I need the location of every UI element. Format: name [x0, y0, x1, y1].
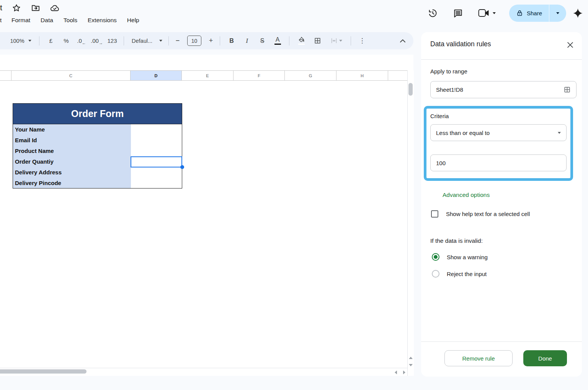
- column-header-partial-right[interactable]: [388, 71, 407, 80]
- cell-label-your-name[interactable]: Your Name: [13, 124, 131, 135]
- select-range-icon[interactable]: [564, 86, 571, 93]
- reject-input-radio[interactable]: [432, 270, 439, 278]
- decrease-decimal-button[interactable]: .0: [74, 37, 89, 44]
- star-icon[interactable]: [11, 3, 21, 13]
- range-value: Sheet1!D8: [436, 86, 564, 93]
- cell-label-delivery-pincode[interactable]: Delivery Pincode: [13, 177, 131, 188]
- video-call-icon[interactable]: [475, 4, 499, 22]
- show-warning-option[interactable]: Show a warning: [432, 253, 488, 261]
- column-header-h[interactable]: H: [336, 71, 388, 80]
- reject-input-label: Reject the input: [447, 271, 487, 277]
- toolbar-divider: [289, 36, 289, 46]
- decrease-font-size-button[interactable]: −: [173, 37, 183, 45]
- done-button[interactable]: Done: [523, 350, 567, 366]
- bold-button[interactable]: B: [224, 37, 239, 44]
- share-label: Share: [527, 10, 542, 16]
- cell-label-product-name[interactable]: Product Name: [13, 146, 131, 156]
- panel-divider: [421, 59, 582, 60]
- merge-cells-icon: [330, 37, 338, 44]
- more-formats-button[interactable]: 123: [105, 37, 120, 44]
- increase-decimal-button[interactable]: .00: [89, 37, 105, 44]
- menu-data[interactable]: Data: [40, 16, 54, 24]
- strikethrough-button[interactable]: S: [255, 37, 270, 44]
- borders-button[interactable]: [309, 37, 325, 44]
- comments-icon[interactable]: [449, 4, 467, 22]
- menu-help[interactable]: Help: [126, 16, 140, 24]
- topbar-actions: Share: [424, 3, 585, 23]
- close-icon: [567, 42, 573, 48]
- font-select[interactable]: Defaul...: [128, 38, 165, 44]
- fill-color-icon: [298, 37, 305, 43]
- cell-label-email-id[interactable]: Email Id: [13, 135, 131, 146]
- format-currency-button[interactable]: £: [43, 37, 59, 44]
- column-header-e[interactable]: E: [182, 71, 234, 80]
- document-title-partial: t: [0, 3, 2, 12]
- panel-divider: [421, 341, 582, 342]
- borders-icon: [314, 37, 321, 44]
- advanced-options-link[interactable]: Advanced options: [443, 192, 490, 198]
- font-size-input[interactable]: 10: [187, 36, 201, 46]
- range-input[interactable]: Sheet1!D8: [430, 81, 577, 98]
- cell-label-delivery-address[interactable]: Delivery Address: [13, 167, 131, 177]
- menu-format[interactable]: Format: [11, 16, 31, 24]
- increase-font-size-button[interactable]: +: [206, 37, 216, 45]
- formula-bar-strip: [0, 55, 413, 70]
- fill-color-button[interactable]: [293, 37, 309, 45]
- apply-to-range-label: Apply to range: [430, 68, 467, 75]
- format-percent-button[interactable]: %: [59, 37, 74, 44]
- version-history-icon[interactable]: [424, 4, 442, 22]
- text-color-swatch: [274, 44, 281, 45]
- column-header-g[interactable]: G: [285, 71, 336, 80]
- order-form-title-cell[interactable]: Order Form: [13, 104, 182, 124]
- italic-button[interactable]: I: [239, 37, 255, 45]
- zoom-value: 100%: [10, 38, 24, 44]
- criteria-value-input[interactable]: 100: [430, 154, 567, 171]
- scroll-left-arrow[interactable]: [395, 370, 397, 374]
- share-button-group: Share: [509, 5, 566, 22]
- vertical-scrollbar-track[interactable]: [407, 70, 414, 376]
- fill-color-swatch: [298, 44, 305, 45]
- lock-icon: [516, 10, 523, 17]
- scroll-up-arrow[interactable]: [409, 357, 413, 359]
- font-caret-icon: [159, 40, 162, 42]
- cloud-check-icon: [50, 3, 60, 13]
- selected-cell-d8[interactable]: [131, 156, 182, 167]
- criteria-dropdown[interactable]: Less than or equal to: [430, 124, 567, 141]
- gemini-sparkle-icon[interactable]: [572, 8, 583, 19]
- remove-rule-button[interactable]: Remove rule: [444, 350, 513, 366]
- menu-tools[interactable]: Tools: [63, 16, 78, 24]
- cell-label-order-quantity[interactable]: Order Quantiy: [13, 156, 131, 167]
- text-color-button[interactable]: A: [270, 37, 285, 45]
- show-help-text-checkbox[interactable]: [431, 210, 438, 218]
- zoom-select[interactable]: 100%: [6, 38, 35, 44]
- column-header-d[interactable]: D: [131, 71, 182, 80]
- reject-input-option[interactable]: Reject the input: [432, 270, 487, 278]
- menu-extensions[interactable]: Extensions: [87, 16, 118, 24]
- bottom-bar-strip: [0, 376, 588, 390]
- move-folder-icon[interactable]: [31, 3, 41, 13]
- zoom-caret-icon: [28, 40, 31, 42]
- show-warning-radio[interactable]: [432, 253, 439, 261]
- menu-item-partial[interactable]: t: [0, 17, 2, 24]
- scroll-down-arrow[interactable]: [409, 364, 413, 366]
- toolbar-more-button[interactable]: ⋮: [355, 37, 369, 45]
- vertical-scrollbar-thumb[interactable]: [408, 83, 413, 96]
- collapse-toolbar-button[interactable]: [400, 39, 406, 43]
- column-header-c[interactable]: C: [11, 71, 131, 80]
- show-help-text-row[interactable]: Show help text for a selected cell: [431, 210, 530, 218]
- fill-handle[interactable]: [180, 165, 184, 169]
- scroll-right-arrow[interactable]: [403, 370, 405, 374]
- column-header-partial[interactable]: [0, 71, 11, 80]
- merge-cells-button[interactable]: [325, 37, 347, 44]
- criteria-highlight-box: Criteria Less than or equal to 100: [424, 106, 573, 181]
- video-call-caret-icon[interactable]: [493, 12, 496, 14]
- criteria-label: Criteria: [430, 113, 449, 119]
- horizontal-scrollbar-thumb[interactable]: [0, 369, 87, 374]
- close-panel-button[interactable]: [565, 40, 575, 50]
- column-headers: C D E F G H: [0, 70, 407, 81]
- panel-title: Data validation rules: [430, 40, 491, 48]
- share-button[interactable]: Share: [509, 5, 549, 22]
- show-warning-label: Show a warning: [447, 254, 488, 260]
- share-options-caret[interactable]: [549, 5, 566, 22]
- column-header-f[interactable]: F: [234, 71, 285, 80]
